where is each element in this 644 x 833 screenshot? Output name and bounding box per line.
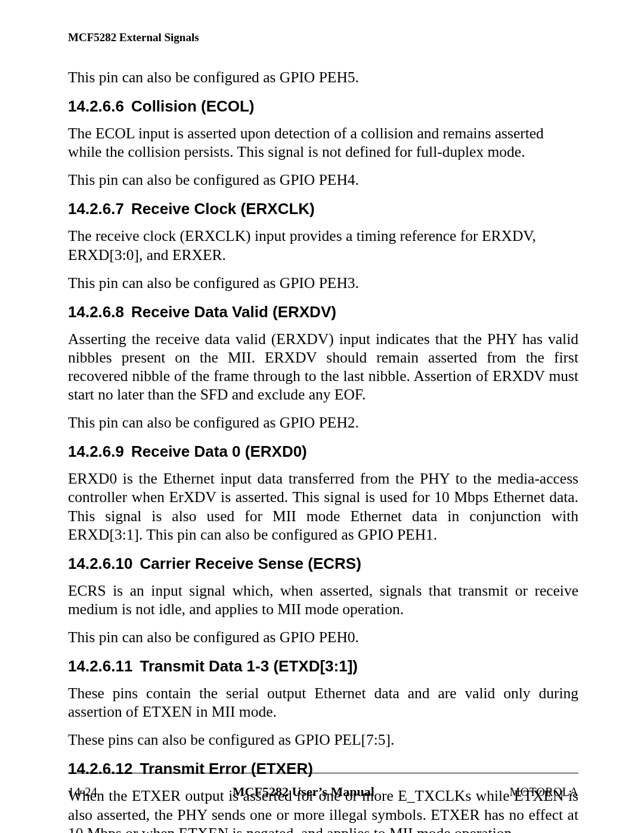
section-title: Transmit Data 1-3 (ETXD[3:1]): [140, 657, 358, 675]
body-paragraph: ECRS is an input signal which, when asse…: [68, 581, 578, 618]
intro-paragraph: This pin can also be configured as GPIO …: [68, 68, 578, 86]
section-number: 14.2.6.7: [68, 200, 124, 218]
sections-container: 14.2.6.6Collision (ECOL)The ECOL input i…: [68, 97, 578, 833]
section-number: 14.2.6.9: [68, 442, 124, 461]
body-paragraph: These pins can also be configured as GPI…: [68, 730, 578, 749]
running-header: MCF5282 External Signals: [68, 31, 578, 44]
section-number: 14.2.6.6: [68, 97, 124, 116]
body-paragraph: The receive clock (ERXCLK) input provide…: [68, 227, 578, 264]
body-paragraph: Asserting the receive data valid (ERXDV)…: [68, 330, 578, 404]
section-title: Collision (ECOL): [131, 97, 255, 115]
section-heading: 14.2.6.9Receive Data 0 (ERXD0): [68, 442, 578, 461]
section-heading: 14.2.6.8Receive Data Valid (ERXDV): [68, 303, 578, 321]
body-paragraph: The ECOL input is asserted upon detectio…: [68, 124, 578, 161]
body-paragraph: This pin can also be configured as GPIO …: [68, 413, 578, 432]
body-paragraph: ERXD0 is the Ethernet input data transfe…: [68, 469, 578, 543]
section-number: 14.2.6.11: [68, 657, 132, 676]
footer-row: 14-24 MCF5282 User’s Manual MOTOROLA: [68, 784, 578, 800]
body-paragraph: This pin can also be configured as GPIO …: [68, 274, 578, 292]
section-title: Receive Data 0 (ERXD0): [131, 442, 307, 460]
page: MCF5282 External Signals This pin can al…: [0, 0, 644, 833]
footer-page-number: 14-24: [68, 785, 97, 800]
footer-rule: [68, 773, 578, 773]
section-heading: 14.2.6.7Receive Clock (ERXCLK): [68, 200, 578, 218]
section-number: 14.2.6.10: [68, 555, 132, 573]
body-paragraph: These pins contain the serial output Eth…: [68, 684, 578, 721]
section-title: Receive Data Valid (ERXDV): [131, 303, 336, 321]
body-paragraph: This pin can also be configured as GPIO …: [68, 171, 578, 189]
section-heading: 14.2.6.10Carrier Receive Sense (ECRS): [68, 555, 578, 573]
section-heading: 14.2.6.11Transmit Data 1-3 (ETXD[3:1]): [68, 657, 578, 676]
footer-manual-title: MCF5282 User’s Manual: [233, 784, 374, 800]
section-number: 14.2.6.8: [68, 303, 124, 321]
section-title: Carrier Receive Sense (ECRS): [140, 555, 361, 572]
section-title: Receive Clock (ERXCLK): [131, 200, 315, 218]
section-heading: 14.2.6.6Collision (ECOL): [68, 97, 578, 116]
footer: 14-24 MCF5282 User’s Manual MOTOROLA: [68, 773, 578, 800]
footer-vendor: MOTOROLA: [510, 785, 578, 799]
body-paragraph: This pin can also be configured as GPIO …: [68, 628, 578, 646]
